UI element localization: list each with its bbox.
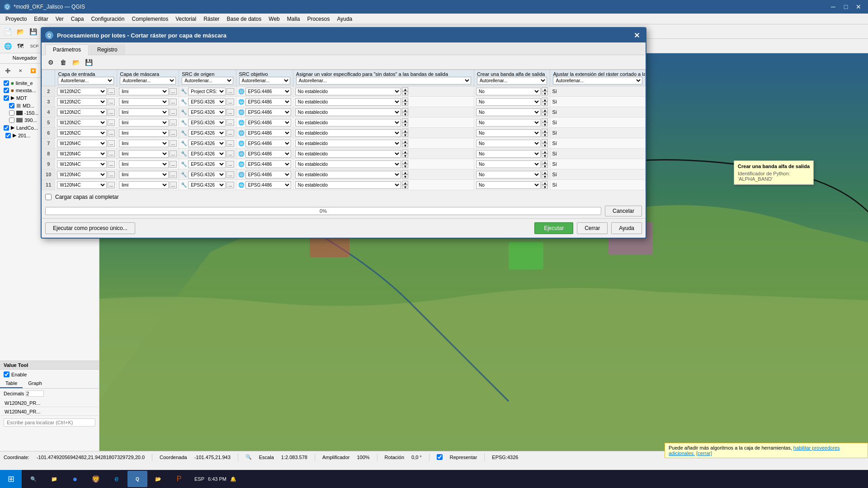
cell-alfa-9[interactable]: No ▲ ▼	[474, 180, 550, 190]
cell-srcor-7[interactable]: 🔧 EPSG:4326 ...	[179, 159, 236, 169]
alfa-select-2[interactable]: No	[476, 108, 541, 116]
save-project-btn[interactable]: 💾	[27, 26, 39, 38]
layer-limite-checkbox[interactable]	[4, 80, 9, 86]
cell-srcor-1[interactable]: 🔧 EPSG:4326 ...	[179, 97, 236, 107]
capa-select-7[interactable]: W120N4C	[57, 160, 107, 168]
add-row-btn[interactable]: ⚙	[45, 57, 56, 68]
alfa-select-9[interactable]: No	[476, 181, 541, 189]
cell-alfa-7[interactable]: No ▲ ▼	[474, 159, 550, 169]
cell-alfa-1[interactable]: No ▲ ▼	[474, 97, 550, 107]
srcor-browse-5[interactable]: ...	[226, 140, 234, 147]
sindatos-select-8[interactable]: No establecido	[295, 171, 401, 178]
layer-390-checkbox[interactable]	[9, 117, 14, 123]
sindatos-down-6[interactable]: ▼	[402, 154, 408, 158]
notification-icon[interactable]: 🔔	[230, 476, 236, 482]
alfa-down-0[interactable]: ▼	[542, 91, 548, 95]
srcobj-select-1[interactable]: EPSG:4486	[245, 98, 291, 106]
cell-mascara-5[interactable]: limi ...	[117, 138, 179, 149]
help-button[interactable]: Ayuda	[611, 222, 642, 234]
sindatos-select-5[interactable]: No establecido	[295, 140, 401, 147]
cell-capa-5[interactable]: W120N4C ...	[55, 138, 117, 149]
tab-parametros[interactable]: Parámetros	[45, 44, 89, 55]
alfa-up-4[interactable]: ▲	[542, 129, 548, 133]
autofill-capa-select[interactable]: Autorellenar...	[58, 77, 114, 84]
alfa-up-1[interactable]: ▲	[542, 98, 548, 102]
capa-select-5[interactable]: W120N4C	[57, 140, 107, 147]
capa-select-2[interactable]: W120N2C	[57, 108, 107, 116]
menu-configuracion[interactable]: Configuración	[87, 15, 128, 23]
execute-button[interactable]: Ejecutar	[534, 222, 573, 234]
cell-capa-6[interactable]: W120N4C ...	[55, 149, 117, 159]
alfa-select-3[interactable]: No	[476, 119, 541, 127]
srcobj-select-2[interactable]: EPSG:4486	[245, 108, 291, 116]
mascara-select-6[interactable]: limi	[119, 150, 169, 158]
sindatos-down-5[interactable]: ▼	[402, 143, 408, 147]
menu-ayuda[interactable]: Ayuda	[333, 15, 356, 23]
srcobj-select-0[interactable]: EPSG:4486	[245, 88, 291, 95]
cell-ajustar-6[interactable]: Sí	[550, 149, 646, 159]
alfa-down-5[interactable]: ▼	[542, 143, 548, 147]
cell-alfa-8[interactable]: No ▲ ▼	[474, 169, 550, 180]
layer-150-checkbox[interactable]	[9, 110, 14, 116]
cell-sindatos-2[interactable]: No establecido ▲ ▼	[293, 107, 474, 117]
tb2-btn1[interactable]: 🌐	[2, 40, 14, 52]
cell-sindatos-3[interactable]: No establecido ▲ ▼	[293, 117, 474, 128]
cell-mascara-6[interactable]: limi ...	[117, 149, 179, 159]
autofill-srcobj-select[interactable]: Autorellenar...	[239, 77, 290, 84]
col-capa-entrada[interactable]: Capa de entrada Autorellenar...	[55, 70, 117, 86]
alfa-up-7[interactable]: ▲	[542, 160, 548, 164]
autofill-ajustar-select[interactable]: Autorellenar...	[553, 77, 642, 84]
sindatos-up-3[interactable]: ▲	[402, 118, 408, 122]
taskbar-powerpoint[interactable]: P	[169, 471, 189, 487]
mascara-select-2[interactable]: limi	[119, 108, 169, 116]
taskbar-brave[interactable]: 🦁	[86, 471, 106, 487]
capa-browse-2[interactable]: ...	[108, 109, 115, 116]
mascara-browse-3[interactable]: ...	[170, 119, 177, 126]
alfa-select-6[interactable]: No	[476, 150, 541, 158]
srcor-browse-8[interactable]: ...	[226, 171, 234, 178]
cell-srcobj-5[interactable]: 🌐 EPSG:4486	[236, 138, 293, 149]
menu-ver[interactable]: Ver	[52, 15, 67, 23]
capa-browse-0[interactable]: ...	[108, 88, 115, 95]
table-tab[interactable]: Table	[0, 379, 23, 388]
alfa-down-8[interactable]: ▼	[542, 174, 548, 178]
open-project-btn[interactable]: 📂	[14, 26, 26, 38]
cell-srcor-8[interactable]: 🔧 EPSG:4326 ...	[179, 169, 236, 180]
enable-checkbox[interactable]	[4, 371, 9, 377]
start-button[interactable]: ⊞	[0, 470, 22, 488]
mascara-browse-6[interactable]: ...	[170, 150, 177, 157]
srcor-browse-4[interactable]: ...	[226, 130, 234, 136]
sindatos-down-8[interactable]: ▼	[402, 174, 408, 178]
cell-mascara-2[interactable]: limi ...	[117, 107, 179, 117]
sindatos-up-4[interactable]: ▲	[402, 129, 408, 133]
alfa-down-3[interactable]: ▼	[542, 122, 548, 127]
cell-sindatos-0[interactable]: No establecido ▲ ▼	[293, 86, 474, 97]
menu-editar[interactable]: Editar	[30, 15, 52, 23]
cell-srcobj-8[interactable]: 🌐 EPSG:4486	[236, 169, 293, 180]
cell-ajustar-3[interactable]: Sí	[550, 117, 646, 128]
alfa-down-7[interactable]: ▼	[542, 164, 548, 168]
sindatos-up-8[interactable]: ▲	[402, 170, 408, 174]
alfa-select-0[interactable]: No	[476, 88, 541, 95]
add-layer-icon[interactable]: ➕	[2, 65, 14, 76]
cell-srcobj-0[interactable]: 🌐 EPSG:4486	[236, 86, 293, 97]
mascara-select-0[interactable]: limi	[119, 88, 169, 95]
cell-srcobj-7[interactable]: 🌐 EPSG:4486	[236, 159, 293, 169]
cell-srcor-5[interactable]: 🔧 EPSG:4326 ...	[179, 138, 236, 149]
mascara-select-3[interactable]: limi	[119, 119, 169, 127]
cell-alfa-3[interactable]: No ▲ ▼	[474, 117, 550, 128]
alfa-up-9[interactable]: ▲	[542, 181, 548, 185]
cell-sindatos-7[interactable]: No establecido ▲ ▼	[293, 159, 474, 169]
mascara-select-1[interactable]: limi	[119, 98, 169, 106]
srcobj-select-9[interactable]: EPSG:4486	[245, 181, 291, 189]
capa-browse-5[interactable]: ...	[108, 140, 115, 147]
filter-icon[interactable]: 🔽	[27, 65, 39, 76]
decimals-input[interactable]	[26, 390, 44, 397]
capa-browse-3[interactable]: ...	[108, 119, 115, 126]
srcor-select-1[interactable]: EPSG:4326	[188, 98, 226, 106]
sindatos-up-9[interactable]: ▲	[402, 181, 408, 185]
cell-capa-2[interactable]: W120N2C ...	[55, 107, 117, 117]
sindatos-up-6[interactable]: ▲	[402, 150, 408, 154]
cell-mascara-0[interactable]: limi ...	[117, 86, 179, 97]
cell-ajustar-1[interactable]: Sí	[550, 97, 646, 107]
